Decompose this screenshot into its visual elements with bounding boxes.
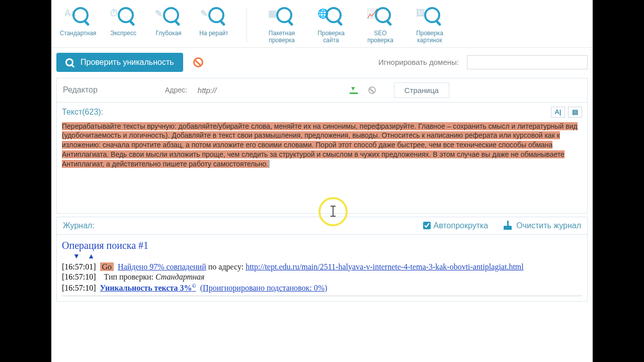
toolbar-group-right: ▦ Пакетная проверка 🌐 Проверка сайта 📈 S… (257, 7, 454, 44)
tool-express[interactable]: ⏱ Экспресс (101, 7, 146, 37)
ignore-domains-input[interactable] (467, 55, 588, 69)
tool-label: Стандартная (60, 30, 97, 37)
log-line: [16:57:10] Тип проверки: Стандартная (62, 273, 582, 282)
text-cursor-icon (333, 206, 334, 216)
ignored-link[interactable]: (Проигнорировано подстановок: 0%) (200, 284, 328, 292)
log-line: [16:57:01] Go Найдено 97% совпадений по … (62, 262, 582, 272)
autoscroll-label: Автопрокрутка (434, 221, 489, 230)
highlighted-text: Перерабатывайте тексты вручную: добавляй… (62, 122, 578, 168)
magnifier-icon: 🌐 (320, 7, 342, 28)
magnifier-icon: 🖼 (419, 7, 440, 28)
clear-log-label: Очистить журнал (516, 221, 581, 230)
editor-panel: Редактор Адрес: Страница Текст(623): A| … (56, 78, 588, 214)
magnifier-icon: ⏱ (113, 7, 134, 28)
magnifier-icon: ▦ (271, 7, 292, 28)
autoscroll-toggle[interactable]: Автопрокрутка (423, 221, 489, 230)
broom-icon (503, 221, 512, 230)
toolbar-group-left: Aa Стандартная ⏱ Экспресс ✎ Глубокая ✎ Н… (55, 7, 236, 37)
tool-layout-icon[interactable]: ▤ (568, 107, 582, 118)
textbox-header: Текст(623): A| ▤ (57, 102, 587, 122)
search-icon (65, 58, 73, 66)
autoscroll-checkbox[interactable] (423, 222, 431, 229)
sort-arrows-icon[interactable]: ▼ ▲ (73, 252, 582, 260)
cancel-icon[interactable] (193, 57, 203, 67)
log-bar: Журнал: Автопрокрутка Очистить журнал (56, 217, 588, 235)
ignore-domains-label: Игнорировать домены: (378, 58, 459, 66)
clear-log-button[interactable]: Очистить журнал (503, 221, 581, 230)
tool-rewrite[interactable]: ✎ На рерайт (191, 7, 236, 37)
tool-batch[interactable]: ▦ Пакетная проверка (257, 7, 306, 44)
magnifier-icon: ✎ (203, 7, 224, 28)
text-tools: A| ▤ (551, 107, 582, 118)
app-window: Aa Стандартная ⏱ Экспресс ✎ Глубокая ✎ Н… (51, 0, 593, 362)
actions-row: Проверить уникальность Игнорировать доме… (51, 48, 593, 78)
editor-header: Редактор Адрес: Страница (57, 78, 587, 102)
magnifier-icon: Aa (67, 7, 89, 28)
text-area[interactable]: Перерабатывайте тексты вручную: добавляй… (57, 122, 587, 213)
tool-label: Экспресс (110, 30, 136, 37)
text-count-label: Текст(623): (62, 108, 103, 117)
check-uniqueness-button[interactable]: Проверить уникальность (56, 53, 183, 72)
magnifier-icon: ✎ (158, 7, 179, 28)
tool-seo[interactable]: 📈 SEO проверка (356, 7, 405, 44)
timestamp: [16:57:10] (62, 284, 96, 292)
tool-label: SEO проверка (367, 30, 393, 44)
operation-title: Операция поиска #1 (62, 240, 582, 251)
log-text: Тип проверки: (104, 273, 155, 281)
divider (62, 296, 582, 296)
tool-label: Проверка картинок (416, 30, 443, 44)
tab-page[interactable]: Страница (394, 82, 449, 98)
source-url-link[interactable]: http://tept.edu.ru/main/2511-halyava-v-i… (246, 262, 524, 271)
go-badge[interactable]: Go (100, 262, 114, 271)
tool-standard[interactable]: Aa Стандартная (55, 7, 101, 37)
editor-title: Редактор (63, 85, 98, 95)
top-toolbar: Aa Стандартная ⏱ Экспресс ✎ Глубокая ✎ Н… (51, 0, 593, 48)
uniqueness-link[interactable]: Уникальность текста 3%© (100, 284, 196, 292)
log-text: по адресу: (206, 262, 246, 271)
timestamp: [16:57:10] (62, 273, 96, 281)
tool-label: На рерайт (199, 30, 228, 37)
tool-label: Проверка сайта (317, 30, 345, 44)
address-input[interactable] (194, 83, 345, 97)
tool-label: Пакетная проверка (269, 30, 295, 44)
address-label: Адрес: (165, 86, 187, 94)
tool-site[interactable]: 🌐 Проверка сайта (306, 7, 356, 44)
tool-label: Глубокая (155, 30, 181, 37)
magnifier-icon: 📈 (370, 7, 391, 28)
log-title: Журнал: (63, 221, 95, 230)
match-link[interactable]: Найдено 97% совпадений (118, 262, 206, 271)
tool-images[interactable]: 🖼 Проверка картинок (405, 7, 454, 44)
toolbar-separator (247, 7, 247, 42)
tool-deep[interactable]: ✎ Глубокая (146, 7, 191, 37)
tool-select-all-icon[interactable]: A| (551, 107, 565, 118)
button-label: Проверить уникальность (80, 58, 174, 67)
download-icon[interactable] (350, 86, 359, 94)
log-line: [16:57:10] Уникальность текста 3%© (Прои… (62, 283, 582, 293)
check-type-value: Стандартная (155, 273, 204, 281)
log-panel: Операция поиска #1 ▼ ▲ [16:57:01] Go Най… (56, 235, 588, 302)
timestamp: [16:57:01] (62, 262, 96, 271)
cancel-small-icon[interactable] (368, 86, 376, 94)
